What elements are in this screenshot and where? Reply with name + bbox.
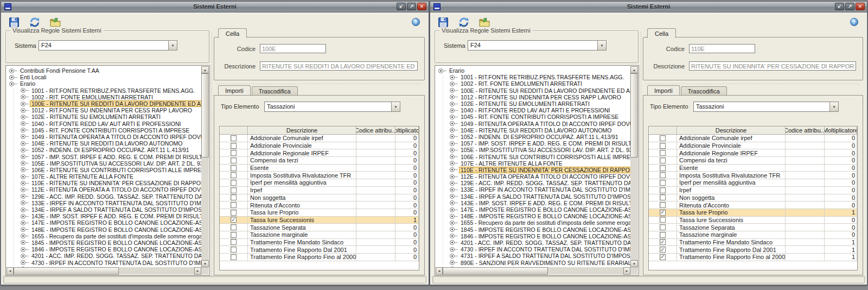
- tree-node-icon[interactable]: [21, 161, 25, 166]
- tree-item[interactable]: 148E - IMPOSTE REGISTRO E BOLLO CANONE L…: [437, 213, 630, 219]
- tree-item[interactable]: 4201 - ACC. IMP. REDD. SOGG. TASSAZ. SEP…: [437, 239, 630, 246]
- tree-node-icon[interactable]: [450, 187, 455, 192]
- tree-node-icon[interactable]: [450, 240, 455, 245]
- tree-node-icon[interactable]: [450, 181, 455, 186]
- tree-item[interactable]: 112E - RITENUTA OPERATA A TITOLO DI ACCO…: [8, 186, 201, 193]
- tree-node-icon[interactable]: [450, 214, 455, 219]
- tree-item[interactable]: 1655 - Recupero da parte dei sostituti d…: [8, 233, 201, 239]
- tree-item[interactable]: 112E - RITENUTA OPERATA A TITOLO DI ACCO…: [437, 173, 630, 180]
- table-row[interactable]: Addizionale Provinciale 0: [649, 142, 857, 150]
- descrizione-field[interactable]: [689, 61, 856, 71]
- row-checkbox[interactable]: [231, 217, 237, 223]
- tree-node-icon[interactable]: [21, 115, 25, 119]
- table-row[interactable]: Trattamento Fine Mandato Sindaco 1: [649, 239, 857, 247]
- table-row[interactable]: Ritenuta d'Acconto 0: [649, 201, 857, 209]
- tree-node-icon[interactable]: [9, 75, 14, 80]
- tree-node-icon[interactable]: [21, 88, 25, 93]
- codice-field[interactable]: [260, 44, 326, 53]
- tree-node-icon[interactable]: [450, 141, 455, 146]
- tree-item[interactable]: 110E - RITENUTE SU INDENNITA' PER CESSAZ…: [437, 167, 630, 173]
- tree-item[interactable]: 133E - IRPEF IN ACCONTO TRATTENUTA DAL S…: [8, 200, 201, 206]
- tree-node-icon[interactable]: [450, 134, 455, 139]
- horizontal-scrollbar[interactable]: ◄ ►: [436, 267, 630, 275]
- chevron-down-icon[interactable]: ▼: [168, 40, 177, 51]
- tree-item[interactable]: 107E - ALTRE RITENUTE ALLA FONTE: [8, 173, 201, 180]
- tree-item[interactable]: 143E - IMP. SOST. IRPEF E ADD. REG. E CO…: [437, 200, 630, 206]
- vertical-splitter[interactable]: [210, 30, 213, 276]
- tree-item[interactable]: 1049 - RITENUTA OPERATA A TITOLO DI ACCO…: [437, 121, 630, 127]
- tree-item[interactable]: 143E - IMP. SOST. IRPEF E ADD. REG. E CO…: [8, 213, 201, 219]
- tab-importi[interactable]: Importi: [647, 85, 680, 95]
- tree-node-icon[interactable]: [21, 187, 25, 192]
- tree-item[interactable]: 4730 - IRPEF IN ACCONTO TRATTENUTA DAL S…: [437, 246, 630, 253]
- tree-node-icon[interactable]: [21, 207, 25, 212]
- scroll-up-button[interactable]: ▲: [201, 66, 209, 73]
- row-checkbox[interactable]: [231, 143, 237, 149]
- tree-node-icon[interactable]: [21, 194, 25, 199]
- tree-node-icon[interactable]: [21, 102, 25, 106]
- table-row[interactable]: Iperf per mensilità aggiuntiva 0: [649, 179, 857, 187]
- tree-node-icon[interactable]: [9, 68, 14, 73]
- table-row[interactable]: Tassa Iure Proprio 1: [649, 209, 857, 217]
- tree-item[interactable]: 107E - ALTRE RITENUTE ALLA FONTE: [437, 160, 630, 167]
- table-row[interactable]: Trattamento Fine Rapporto Dal 2001 0: [220, 246, 419, 254]
- row-checkbox[interactable]: [660, 210, 666, 216]
- tree-item[interactable]: 129E - ACC. IMP. REDD. SOGG. TASSAZ. SEP…: [437, 180, 630, 186]
- table-row[interactable]: Tassa Iure Proprio 0: [220, 209, 419, 217]
- chevron-down-icon[interactable]: ▼: [597, 40, 607, 51]
- tree-item[interactable]: 4201 - ACC. IMP. REDD. SOGG. TASSAZ. SEP…: [8, 253, 201, 259]
- vertical-scroll-thumb[interactable]: [201, 73, 209, 157]
- tree-item[interactable]: 4731 - IRPEF A SALDO TRATTENUTA DAL SOST…: [437, 253, 630, 259]
- codice-field[interactable]: [689, 44, 755, 53]
- tree-item[interactable]: 1057 - IMP. SOST. IRPEF E ADD. REG. E CO…: [8, 153, 201, 160]
- tree-node-icon[interactable]: [9, 81, 14, 86]
- row-checkbox[interactable]: [660, 194, 666, 200]
- tree-node-icon[interactable]: [21, 214, 25, 219]
- table-row[interactable]: Irpef 0: [649, 187, 857, 194]
- tree-node-icon[interactable]: [450, 121, 455, 126]
- row-checkbox[interactable]: [231, 165, 237, 171]
- table-row[interactable]: Non soggetta 0: [649, 194, 857, 202]
- minimize-button[interactable]: ↙: [397, 3, 406, 10]
- row-checkbox[interactable]: [660, 187, 666, 193]
- table-row[interactable]: Tassa Iure Successionis 1: [220, 217, 419, 224]
- tree-item[interactable]: 1052 - INDENN. DI ESPROPRIO OCCUPAZ. ART…: [8, 147, 201, 153]
- tree-item[interactable]: 1002 - RIT. FONTE EMOLUMENTI ARRETRATI: [8, 94, 201, 100]
- row-checkbox[interactable]: [660, 172, 666, 178]
- tree-item[interactable]: 147E - IMPOSTE REGISTRO E BOLLO CANONE L…: [8, 219, 201, 226]
- row-checkbox[interactable]: [231, 157, 237, 163]
- tree-item[interactable]: 1040 - RIT.FONTE REDD LAV AUT ARTI E PRO…: [8, 121, 201, 127]
- row-checkbox[interactable]: [231, 135, 237, 141]
- tree-node-icon[interactable]: [450, 260, 455, 265]
- tree-node-icon[interactable]: [21, 108, 25, 113]
- tree-node-icon[interactable]: [450, 207, 455, 212]
- vertical-scroll-thumb[interactable]: [630, 73, 638, 157]
- tree-node-icon[interactable]: [450, 194, 455, 199]
- tab-trascodifica[interactable]: Trascodifica: [252, 86, 298, 95]
- tree-node-icon[interactable]: [450, 94, 455, 99]
- tree-item[interactable]: 1045 - RIT. FONTE CONTRIBUTI CORRISPOSTI…: [437, 114, 630, 120]
- tree-node-icon[interactable]: [21, 234, 25, 238]
- row-checkbox[interactable]: [231, 202, 237, 208]
- tree-item[interactable]: 129E - ACC. IMP. REDD. SOGG. TASSAZ. SEP…: [8, 193, 201, 200]
- tree-node-icon[interactable]: [450, 167, 455, 172]
- tree-item[interactable]: 1049 - RITENUTA OPERATA A TITOLO DI ACCO…: [8, 134, 201, 140]
- row-checkbox[interactable]: [660, 224, 666, 230]
- sistema-combobox[interactable]: F24 ▼: [468, 40, 607, 51]
- scroll-right-button[interactable]: ►: [623, 267, 630, 275]
- tab-trascodifica[interactable]: Trascodifica: [681, 86, 727, 95]
- tree-node-icon[interactable]: [21, 174, 25, 179]
- tree-node-icon[interactable]: [450, 200, 455, 205]
- table-row[interactable]: Addizionale Comunale irpef 0: [649, 135, 857, 142]
- tree-node-icon[interactable]: [21, 181, 25, 186]
- tipo-elemento-combobox[interactable]: Tassazioni ▼: [264, 102, 400, 112]
- close-button[interactable]: ✕: [417, 3, 426, 10]
- row-checkbox[interactable]: [231, 172, 237, 178]
- row-checkbox[interactable]: [231, 232, 237, 238]
- tree-item[interactable]: 133E - IRPEF IN ACCONTO TRATTENUTA DAL S…: [437, 186, 630, 193]
- table-row[interactable]: Compensi da terzi 0: [220, 157, 419, 165]
- tree-item[interactable]: 105E - IMP.SOSTITUTIVA SU ACCESSORI LAV.…: [437, 147, 630, 153]
- tree-node-icon[interactable]: [450, 254, 455, 259]
- tree-item[interactable]: 1846 - IMPOSTE REGISTRO E BOLLO CANONE L…: [8, 246, 201, 253]
- tree-node-icon[interactable]: [450, 154, 455, 159]
